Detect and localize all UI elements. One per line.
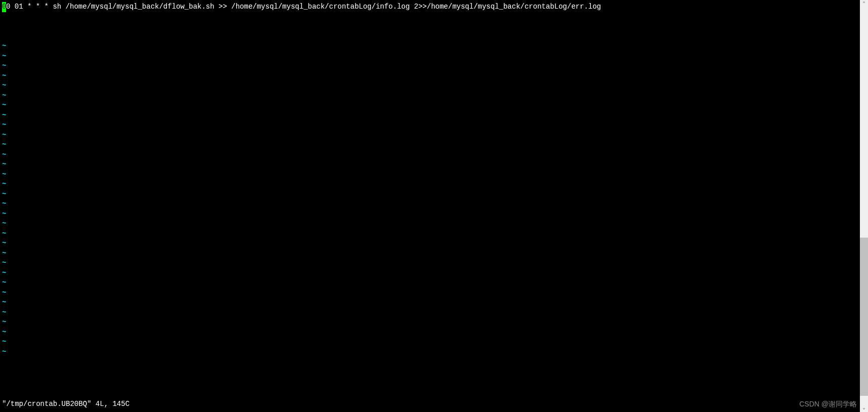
empty-line-marker: ~ [0, 190, 860, 200]
scroll-up-arrow-icon[interactable]: ⌃ [860, 0, 868, 8]
empty-line-marker: ~ [0, 111, 860, 121]
empty-line-marker: ~ [0, 298, 860, 308]
empty-line-marker: ~ [0, 170, 860, 180]
vertical-scrollbar[interactable]: ⌃ ⌄ [860, 0, 868, 412]
scrollbar-track[interactable] [860, 8, 868, 404]
empty-line-marker: ~ [0, 81, 860, 91]
empty-line-marker: ~ [0, 288, 860, 298]
editor-line-1[interactable]: 00 01 * * * sh /home/mysql/mysql_back/df… [0, 2, 860, 12]
empty-line-marker: ~ [0, 52, 860, 62]
empty-line-marker: ~ [0, 41, 860, 52]
empty-line-marker: ~ [0, 337, 860, 347]
empty-line-marker: ~ [0, 328, 860, 338]
scrollbar-thumb[interactable] [860, 238, 868, 396]
vim-status-line: "/tmp/crontab.UB20BQ" 4L, 145C [2, 399, 129, 409]
empty-line-marker: ~ [0, 91, 860, 101]
empty-line-marker: ~ [0, 61, 860, 71]
empty-line-marker: ~ [0, 140, 860, 150]
empty-line-marker: ~ [0, 130, 860, 141]
empty-line-marker: ~ [0, 160, 860, 170]
empty-line-marker: ~ [0, 150, 860, 160]
empty-line-marker [0, 22, 860, 32]
empty-line-marker: ~ [0, 308, 860, 318]
crontab-entry: 0 01 * * * sh /home/mysql/mysql_back/dfl… [6, 2, 601, 12]
empty-line-marker [0, 32, 860, 42]
empty-line-marker: ~ [0, 199, 860, 209]
empty-line-marker: ~ [0, 317, 860, 328]
empty-line-marker: ~ [0, 101, 860, 111]
empty-line-marker: ~ [0, 219, 860, 229]
vim-editor-terminal[interactable]: 00 01 * * * sh /home/mysql/mysql_back/df… [0, 0, 860, 412]
empty-line-marker: ~ [0, 71, 860, 81]
empty-line-marker: ~ [0, 258, 860, 268]
empty-line-marker: ~ [0, 278, 860, 288]
empty-line-marker [0, 12, 860, 22]
empty-line-marker: ~ [0, 239, 860, 249]
empty-line-marker: ~ [0, 347, 860, 357]
empty-line-marker: ~ [0, 179, 860, 190]
cursor: 0 [2, 2, 6, 12]
empty-line-marker: ~ [0, 120, 860, 130]
empty-line-marker: ~ [0, 268, 860, 279]
csdn-watermark: CSDN @谢同学略 [799, 399, 857, 409]
empty-line-marker: ~ [0, 229, 860, 239]
scroll-down-arrow-icon[interactable]: ⌄ [860, 404, 868, 412]
empty-line-marker: ~ [0, 209, 860, 219]
empty-line-marker: ~ [0, 249, 860, 259]
